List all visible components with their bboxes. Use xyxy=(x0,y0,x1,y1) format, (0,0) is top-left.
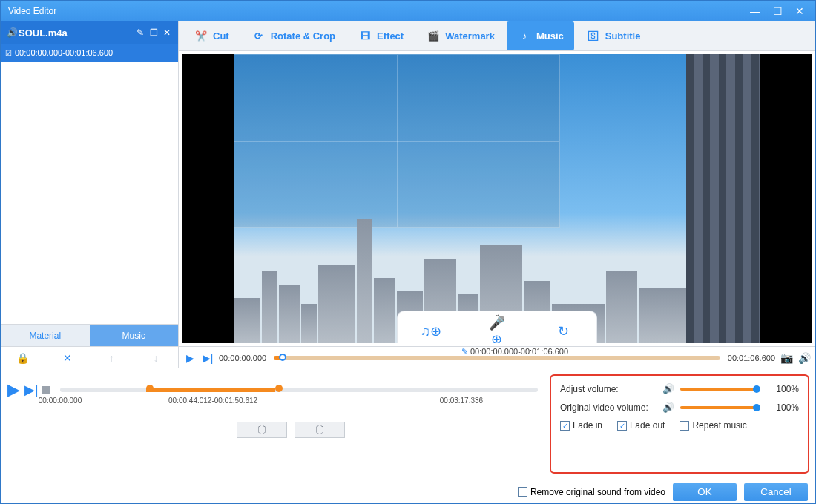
edit-icon[interactable]: ✎ xyxy=(134,27,147,38)
original-volume-speaker-icon[interactable]: 🔊 xyxy=(662,402,674,413)
snapshot-button[interactable]: 📷 xyxy=(780,352,793,364)
project-time-segment: 00:00:44.012-00:01:50.612 xyxy=(168,397,257,405)
clip-checkbox-icon[interactable]: ☑ xyxy=(5,49,12,57)
tool-music[interactable]: ♪ Music xyxy=(507,21,574,50)
clip-range: 00:00:00.000-00:01:06.600 xyxy=(15,48,113,57)
original-volume-slider[interactable] xyxy=(680,406,760,409)
audio-file-name: SOUL.m4a xyxy=(19,27,134,39)
minimize-button[interactable]: — xyxy=(744,3,766,19)
adjust-volume-value: 100% xyxy=(766,384,799,394)
preview-seekbar[interactable]: ✎ 00:00:00.000-00:01:06.600 xyxy=(274,356,720,360)
project-timeline[interactable]: 00:00:00.000 00:00:44.012-00:01:50.612 0… xyxy=(60,388,538,392)
window-title: Video Editor xyxy=(8,6,744,16)
adjust-volume-slider[interactable] xyxy=(680,388,760,391)
record-audio-icon[interactable]: 🎤⊕ xyxy=(485,315,509,344)
watermark-icon: 🎬 xyxy=(426,29,441,44)
volume-panel: Adjust volume: 🔊 100% Original video vol… xyxy=(550,374,809,474)
app-window: Video Editor — ☐ ✕ 🔊 SOUL.m4a ✎ ❐ ✕ ☑ 00… xyxy=(0,0,816,504)
fade-out-checkbox[interactable]: ✓Fade out xyxy=(617,420,665,431)
clip-row[interactable]: ☑ 00:00:00.000-00:01:06.600 xyxy=(1,44,178,62)
tool-subtitle[interactable]: 🅂 Subtitle xyxy=(576,21,651,50)
project-time-start: 00:00:00.000 xyxy=(39,397,82,405)
cancel-button[interactable]: Cancel xyxy=(744,483,808,501)
sidebar-list-area xyxy=(1,62,178,324)
effect-icon: 🎞 xyxy=(358,29,372,44)
collapse-chevron-icon[interactable]: ⌄ xyxy=(398,310,596,318)
preview-volume-button[interactable]: 🔊 xyxy=(797,352,811,364)
sidebar-actions: 🔒 ✕ ↑ ↓ xyxy=(1,346,178,368)
preview-play-button[interactable]: ▶ xyxy=(183,352,197,364)
remove-icon[interactable]: ✕ xyxy=(160,27,174,38)
remove-original-sound-checkbox[interactable]: Remove original sound from video xyxy=(518,487,665,497)
delete-button[interactable]: ✕ xyxy=(45,347,90,368)
ok-button[interactable]: OK xyxy=(673,483,737,501)
adjust-volume-label: Adjust volume: xyxy=(560,384,657,394)
segment-handle-right[interactable]: 〔〕 xyxy=(295,422,345,438)
tool-effect[interactable]: 🎞 Effect xyxy=(347,21,414,50)
project-time-end: 00:03:17.336 xyxy=(440,397,483,405)
preview-time-end: 00:01:06.600 xyxy=(728,354,775,362)
sidebar-tabs: Material Music xyxy=(1,324,178,346)
titlebar: Video Editor — ☐ ✕ xyxy=(1,1,815,21)
tool-watermark[interactable]: 🎬 Watermark xyxy=(415,21,505,50)
refresh-icon[interactable]: ↻ xyxy=(551,323,575,339)
copy-icon[interactable]: ❐ xyxy=(147,27,160,38)
music-icon: ♪ xyxy=(517,29,532,44)
preview-canvas: ⌄ ♫⊕ 🎤⊕ ↻ xyxy=(182,54,812,343)
move-down-button[interactable]: ↓ xyxy=(134,347,178,368)
mark-in-icon: ✎ xyxy=(461,347,468,356)
tab-music[interactable]: Music xyxy=(90,324,179,346)
lock-button[interactable]: 🔒 xyxy=(1,347,45,368)
add-music-icon[interactable]: ♫⊕ xyxy=(419,323,443,339)
speaker-icon: 🔊 xyxy=(5,27,19,38)
audio-file-header[interactable]: 🔊 SOUL.m4a ✎ ❐ ✕ xyxy=(1,21,178,44)
original-volume-label: Original video volume: xyxy=(560,402,657,413)
repeat-music-checkbox[interactable]: Repeat music xyxy=(680,420,746,431)
timeline-stop-button[interactable] xyxy=(42,386,50,394)
footer: Remove original sound from video OK Canc… xyxy=(1,480,815,503)
tool-cut[interactable]: ✂️ Cut xyxy=(183,21,240,50)
preview-time-start: 00:00:00.000 xyxy=(219,354,266,362)
scissors-icon: ✂️ xyxy=(194,29,208,44)
timeline-play-button[interactable]: ▶ xyxy=(7,380,20,399)
timeline-step-button[interactable]: ▶| xyxy=(24,382,38,398)
segment-handle-left[interactable]: 〔〕 xyxy=(237,422,287,438)
close-button[interactable]: ✕ xyxy=(789,3,811,19)
preview-overlay-tools: ⌄ ♫⊕ 🎤⊕ ↻ xyxy=(397,311,597,343)
preview-time-center: 00:00:00.000-00:01:06.600 xyxy=(470,347,568,356)
tab-material[interactable]: Material xyxy=(1,324,90,346)
preview-step-button[interactable]: ▶| xyxy=(201,352,214,364)
maximize-button[interactable]: ☐ xyxy=(766,3,789,19)
preview-timeline: ▶ ▶| 00:00:00.000 ✎ 00:00:00.000-00:01:0… xyxy=(179,346,815,368)
crop-icon: ⟳ xyxy=(251,29,266,44)
tool-rotate-crop[interactable]: ⟳ Rotate & Crop xyxy=(241,21,346,50)
move-up-button[interactable]: ↑ xyxy=(90,347,134,368)
fade-in-checkbox[interactable]: ✓Fade in xyxy=(560,420,602,431)
main-toolbar: ✂️ Cut ⟳ Rotate & Crop 🎞 Effect 🎬 Waterm… xyxy=(179,21,815,51)
sidebar: 🔊 SOUL.m4a ✎ ❐ ✕ ☑ 00:00:00.000-00:01:06… xyxy=(1,21,179,368)
adjust-volume-speaker-icon[interactable]: 🔊 xyxy=(662,383,674,394)
timeline-panel: ▶ ▶| 00:00:00.000 00:00:44.012-00:01:50.… xyxy=(7,374,544,474)
subtitle-icon: 🅂 xyxy=(586,29,601,44)
original-volume-value: 100% xyxy=(766,402,799,413)
